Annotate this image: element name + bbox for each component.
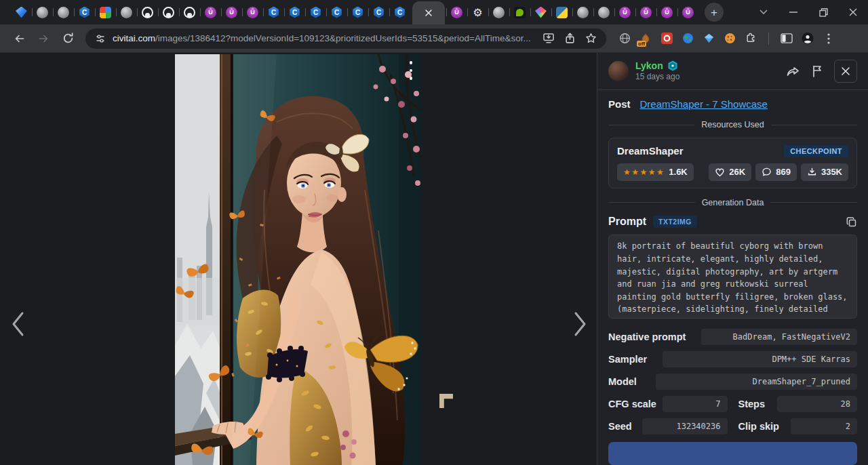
pinned-tab[interactable]: [116, 0, 137, 24]
negative-prompt-value[interactable]: BadDream, FastNegativeV2: [701, 329, 857, 345]
resource-card[interactable]: DreamShaper CHECKPOINT ★★★★★ 1.6K 26K: [608, 138, 857, 188]
pinned-tab[interactable]: [509, 0, 530, 24]
extension-off-icon[interactable]: off: [639, 33, 652, 45]
pinned-tab[interactable]: [389, 0, 410, 24]
copy-prompt-icon[interactable]: [846, 216, 857, 228]
pinned-tab[interactable]: [572, 0, 593, 24]
pinned-tab[interactable]: [242, 0, 263, 24]
pinned-tab[interactable]: [200, 0, 221, 24]
model-value[interactable]: DreamShaper_7_pruned: [656, 373, 857, 390]
prompt-label: Prompt: [608, 216, 646, 228]
extension-earth-icon[interactable]: [682, 33, 694, 45]
post-link[interactable]: DreamShaper - 7 Showcase: [640, 98, 768, 110]
tab-search-chevron-icon[interactable]: [749, 0, 778, 24]
generation-data-divider: Generation Data: [608, 197, 857, 209]
steps-value[interactable]: 28: [777, 396, 857, 412]
extension-globe-icon[interactable]: [618, 33, 631, 45]
next-image-button[interactable]: [568, 308, 593, 340]
browser-menu-dots-icon[interactable]: [823, 33, 835, 45]
profile-avatar-icon[interactable]: [802, 33, 814, 45]
omnibox[interactable]: civitai.com/images/1386412?modelVersionI…: [85, 28, 606, 49]
previous-image-button[interactable]: [5, 308, 30, 340]
report-flag-icon[interactable]: [811, 64, 823, 78]
pinned-tab[interactable]: [635, 0, 656, 24]
pinned-tab[interactable]: [221, 0, 242, 24]
pinned-tab[interactable]: [347, 0, 368, 24]
minimize-button[interactable]: [778, 0, 808, 24]
active-tab[interactable]: [412, 1, 445, 24]
download-icon: [807, 167, 817, 177]
pinned-tab[interactable]: [488, 0, 509, 24]
pinned-tab[interactable]: [32, 0, 53, 24]
sampler-value[interactable]: DPM++ SDE Karras: [663, 351, 857, 367]
pinned-tab[interactable]: [74, 0, 95, 24]
pinned-tab[interactable]: [305, 0, 326, 24]
tab-favicon: [289, 7, 300, 18]
cfg-scale-value[interactable]: 7: [663, 396, 728, 412]
pinned-tab[interactable]: [551, 0, 572, 24]
pinned-tab[interactable]: [530, 0, 551, 24]
pinned-tab[interactable]: [158, 0, 179, 24]
pinned-tab[interactable]: [614, 0, 635, 24]
tab-favicon: [352, 7, 363, 18]
prompt-text[interactable]: 8k portrait of beautiful cyborg with bro…: [608, 235, 857, 319]
share-page-icon[interactable]: [564, 33, 576, 44]
tab-favicon: [100, 7, 111, 18]
tab-favicon: [535, 7, 547, 18]
pinned-tab[interactable]: [593, 0, 614, 24]
close-sidebar-button[interactable]: [834, 60, 857, 83]
pinned-tab[interactable]: [284, 0, 305, 24]
close-window-button[interactable]: [838, 0, 868, 24]
page-content: Lykon 15 days ago Post: [0, 53, 868, 465]
image-options-menu-icon[interactable]: [405, 61, 417, 84]
likes-pill[interactable]: 26K: [709, 163, 751, 181]
extension-red-o-icon[interactable]: [660, 33, 673, 45]
heart-icon: [715, 167, 725, 177]
tab-favicon: [205, 7, 216, 18]
pinned-tab[interactable]: [368, 0, 389, 24]
mouse-cursor-artifact: [439, 394, 453, 408]
author-username[interactable]: Lykon: [635, 60, 663, 71]
pinned-tab[interactable]: [11, 0, 32, 24]
pinned-tab[interactable]: [446, 0, 467, 24]
seed-clip-row: Seed 132340236 Clip skip 2: [608, 418, 857, 434]
resource-name[interactable]: DreamShaper: [617, 145, 684, 157]
url-text[interactable]: civitai.com/images/1386412?modelVersionI…: [113, 33, 536, 43]
back-button[interactable]: [8, 28, 30, 49]
reload-button[interactable]: [57, 28, 79, 49]
tab-close-icon[interactable]: [425, 9, 433, 17]
new-tab-button[interactable]: +: [705, 3, 724, 22]
pinned-tab[interactable]: [179, 0, 200, 24]
bottom-action-button[interactable]: [608, 442, 857, 465]
restore-button[interactable]: [808, 0, 838, 24]
install-app-icon[interactable]: [542, 33, 555, 44]
clip-skip-value[interactable]: 2: [791, 418, 857, 434]
artwork-image[interactable]: [175, 54, 422, 465]
rating-pill[interactable]: ★★★★★ 1.6K: [617, 163, 694, 181]
pinned-tab[interactable]: [95, 0, 116, 24]
extension-cookie-icon[interactable]: [724, 33, 736, 45]
sampler-label: Sampler: [608, 354, 647, 365]
tab-favicon: [16, 7, 27, 18]
share-icon[interactable]: [785, 64, 800, 78]
pinned-tab[interactable]: [263, 0, 284, 24]
downloads-pill[interactable]: 335K: [801, 163, 848, 181]
bookmark-star-icon[interactable]: [585, 33, 597, 44]
seed-value[interactable]: 132340236: [642, 418, 728, 434]
star-rating-icons: ★★★★★: [623, 167, 665, 177]
pinned-tab[interactable]: [137, 0, 158, 24]
pinned-tab[interactable]: [53, 0, 74, 24]
pinned-tab[interactable]: [326, 0, 347, 24]
pinned-tab[interactable]: [656, 0, 677, 24]
side-panel-icon[interactable]: [781, 33, 793, 45]
extensions-puzzle-icon[interactable]: [745, 33, 757, 45]
forward-button[interactable]: [33, 28, 54, 49]
pinned-tab[interactable]: [677, 0, 698, 24]
site-settings-icon[interactable]: [95, 33, 106, 44]
extension-gem-icon[interactable]: [703, 33, 715, 45]
tab-favicon: [619, 7, 631, 18]
pinned-tab[interactable]: [467, 0, 488, 24]
avatar[interactable]: [608, 61, 629, 81]
url-path: /images/1386412?modelVersionId=109123&pr…: [155, 33, 531, 43]
comments-pill[interactable]: 869: [755, 163, 797, 181]
